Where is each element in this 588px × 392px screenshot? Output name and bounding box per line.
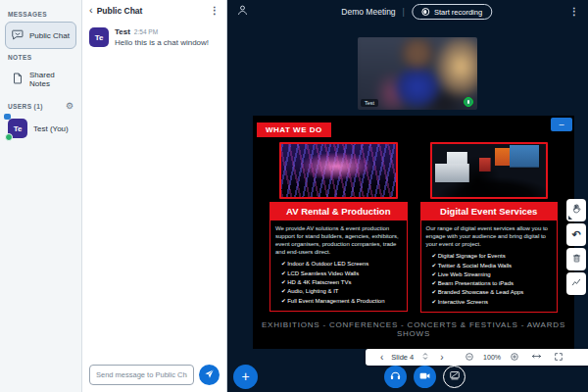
meeting-title: Demo Meeting <box>341 7 395 17</box>
note-icon <box>11 72 24 87</box>
slide-footer-text: EXHIBITIONS - CONFERENCES - CONCERTS & F… <box>253 320 574 338</box>
participants-person-icon[interactable] <box>236 3 249 21</box>
headset-icon <box>389 369 402 385</box>
emoji-status-badge <box>4 114 11 120</box>
record-label: Start recording <box>434 8 482 17</box>
chat-compose-bar <box>82 358 226 392</box>
start-recording-button[interactable]: Start recording <box>412 4 492 20</box>
column-panel: Our range of digital event services allo… <box>420 220 559 313</box>
slide-column-av-rental: AV Rental & Production We provide AV sol… <box>270 142 408 313</box>
zoom-out-button[interactable] <box>462 352 477 364</box>
next-slide-button[interactable]: › <box>437 353 446 363</box>
column-list: Digital Signage for Events Twitter & Soc… <box>426 252 553 307</box>
avatar-initials: Te <box>95 33 104 42</box>
list-item: Interactive Screens <box>432 298 553 307</box>
clear-annotations-button[interactable] <box>566 248 586 270</box>
message-time: 2:54 PM <box>134 28 158 35</box>
sidebar-item-public-chat[interactable]: Public Chat <box>5 22 76 49</box>
chat-back-chevron-icon[interactable]: ‹ <box>89 5 93 16</box>
zoom-level-label: 100% <box>483 354 501 361</box>
slide-heading-badge: WHAT WE DO <box>257 122 331 137</box>
whiteboard-toolbar: ↶ <box>566 199 586 295</box>
user-avatar: Te <box>8 119 27 138</box>
multi-user-whiteboard-button[interactable] <box>566 272 586 295</box>
tool-options-corner <box>568 216 572 220</box>
list-item: Audio, Lighting & IT <box>281 287 402 296</box>
list-item: Beam Presentations to iPads <box>432 279 553 288</box>
manage-users-gear-icon[interactable]: ⚙ <box>66 102 74 111</box>
zigzag-line-icon <box>571 276 582 291</box>
event-hall-image <box>279 142 398 199</box>
slide-select-dropdown[interactable] <box>418 352 432 363</box>
column-body: We provide AV solutions & event producti… <box>275 224 402 256</box>
list-item: Branded Showcase & Lead Apps <box>432 288 553 297</box>
webcam-unmuted-mic-icon <box>464 97 473 107</box>
chat-header: ‹ Public Chat ⋮ <box>82 0 226 22</box>
column-list: Indoor & Outdoor LED Screens LCD Seamles… <box>275 260 402 305</box>
slide-number-label: Slide 4 <box>391 353 414 362</box>
column-title: Digital Event Services <box>420 202 559 220</box>
slide-column-digital-services: Digital Event Services Our range of digi… <box>420 142 559 313</box>
list-item: Live Web Streaming <box>432 270 553 279</box>
user-name: Test (You) <box>33 124 69 133</box>
screen-slash-icon <box>449 369 461 384</box>
webcam-share-button[interactable] <box>414 366 436 388</box>
sidebar-item-label: Shared Notes <box>29 71 71 88</box>
pan-hand-tool-button[interactable] <box>566 199 586 221</box>
message-author: Test <box>115 27 130 36</box>
video-camera-icon <box>418 369 431 385</box>
message-text: Hello this is a chat window! <box>115 38 209 47</box>
webcam-video[interactable]: Test <box>358 37 477 110</box>
avatar-initials: Te <box>14 124 23 133</box>
zoom-in-button[interactable] <box>507 352 522 364</box>
message-avatar: Te <box>89 27 109 47</box>
title-divider: | <box>403 7 405 17</box>
digital-screens-image <box>430 142 549 199</box>
chat-panel: ‹ Public Chat ⋮ Te Test 2:54 PM Hello th… <box>82 0 227 392</box>
list-item: HD & 4K Flatscreen TVs <box>281 278 402 287</box>
top-bar: Demo Meeting | Start recording ⋮ <box>227 0 588 24</box>
column-panel: We provide AV solutions & event producti… <box>270 220 408 312</box>
webcam-name-label: Test <box>361 99 378 107</box>
trash-icon <box>571 252 582 267</box>
messages-section-label: MESSAGES <box>8 11 74 18</box>
audio-headset-button[interactable] <box>384 366 407 388</box>
meeting-app: MESSAGES Public Chat NOTES Shared Notes … <box>0 0 588 392</box>
sidebar-item-label: Public Chat <box>29 31 70 40</box>
chat-message-list: Te Test 2:54 PM Hello this is a chat win… <box>82 22 226 358</box>
chat-message-input[interactable] <box>89 365 194 385</box>
send-message-button[interactable] <box>199 365 220 385</box>
horizontal-arrows-icon <box>531 352 542 363</box>
undo-button[interactable]: ↶ <box>566 223 586 246</box>
options-kebab-icon[interactable]: ⋮ <box>569 7 579 17</box>
main-stage: Demo Meeting | Start recording ⋮ Test WH… <box>227 0 588 392</box>
minimize-presentation-button[interactable]: – <box>551 118 572 131</box>
sidebar-item-shared-notes[interactable]: Shared Notes <box>5 65 76 94</box>
slide-content: WHAT WE DO AV Rental & Production We pro… <box>253 116 574 349</box>
sort-arrows-icon <box>421 352 429 363</box>
chat-message: Te Test 2:54 PM Hello this is a chat win… <box>89 27 220 47</box>
users-section-label: USERS (1) <box>8 103 43 110</box>
previous-slide-button[interactable]: ‹ <box>377 353 386 363</box>
screen-share-button[interactable] <box>443 366 466 388</box>
av-controls <box>384 366 466 388</box>
send-plane-icon <box>204 368 215 382</box>
chat-title: Public Chat <box>97 6 143 16</box>
list-item: Indoor & Outdoor LED Screens <box>281 260 402 269</box>
actions-plus-button[interactable]: + <box>233 365 258 389</box>
user-list-item[interactable]: Te Test (You) <box>5 115 76 142</box>
zoom-in-icon <box>510 352 519 364</box>
fullscreen-button[interactable] <box>551 352 566 364</box>
slide-controls-bar: ‹ Slide 4 › 100% <box>366 349 588 366</box>
fit-to-width-button[interactable] <box>528 352 545 363</box>
zoom-out-icon <box>465 352 474 364</box>
list-item: Digital Signage for Events <box>432 252 553 261</box>
chat-bubble-icon <box>11 27 24 43</box>
notes-section-label: NOTES <box>8 54 74 61</box>
list-item: Full Event Management & Production <box>281 297 402 306</box>
sidebar: MESSAGES Public Chat NOTES Shared Notes … <box>0 0 82 392</box>
record-dot-icon <box>421 8 429 16</box>
fullscreen-corners-icon <box>554 352 564 364</box>
list-item: LCD Seamless Video Walls <box>281 270 402 278</box>
chat-options-kebab-icon[interactable]: ⋮ <box>210 6 220 16</box>
